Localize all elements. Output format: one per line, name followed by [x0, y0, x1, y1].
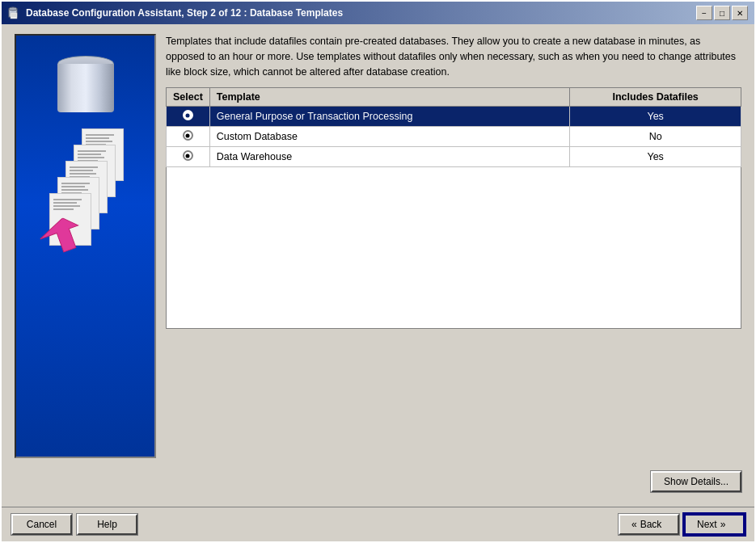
cancel-button[interactable]: Cancel: [11, 514, 72, 535]
title-bar: Database Configuration Assistant, Step 2…: [2, 2, 754, 24]
right-panel: Templates that include datafiles contain…: [166, 34, 741, 458]
minimize-button[interactable]: −: [696, 6, 712, 20]
next-arrow-icon: »: [720, 519, 726, 530]
window-title: Database Configuration Assistant, Step 2…: [26, 7, 691, 19]
col-select: Select: [167, 88, 210, 107]
template-table: Select Template Includes Datafiles: [166, 87, 741, 167]
template-name-cell[interactable]: Custom Database: [209, 127, 569, 147]
back-button[interactable]: « Back: [619, 514, 679, 535]
window-controls: − □ ✕: [696, 6, 748, 20]
show-details-row: Show Details...: [15, 466, 741, 497]
main-content: Templates that include datafiles contain…: [2, 24, 754, 507]
col-datafiles: Includes Datafiles: [570, 88, 741, 107]
description-text: Templates that include datafiles contain…: [166, 34, 741, 79]
table-empty-space: [166, 167, 741, 329]
table-row[interactable]: Data Warehouse Yes: [167, 147, 741, 167]
datafiles-cell: Yes: [570, 107, 741, 127]
table-row[interactable]: General Purpose or Transaction Processin…: [167, 107, 741, 127]
next-button[interactable]: Next »: [684, 514, 745, 535]
footer-left-buttons: Cancel Help: [11, 514, 137, 535]
documents-illustration: [37, 128, 134, 258]
main-window: Database Configuration Assistant, Step 2…: [0, 0, 756, 543]
show-details-button[interactable]: Show Details...: [651, 471, 741, 492]
window-icon: [8, 6, 21, 19]
main-area: Templates that include datafiles contain…: [15, 34, 741, 458]
maximize-button[interactable]: □: [714, 6, 730, 20]
help-button[interactable]: Help: [77, 514, 137, 535]
datafiles-cell: No: [570, 127, 741, 147]
svg-point-1: [9, 7, 17, 11]
database-cylinder-icon: [57, 52, 114, 116]
footer-right-buttons: « Back Next »: [619, 514, 745, 535]
template-name-cell[interactable]: General Purpose or Transaction Processin…: [209, 107, 569, 127]
svg-marker-5: [36, 214, 85, 259]
datafiles-cell: Yes: [570, 147, 741, 167]
radio-button-selected[interactable]: [173, 110, 203, 123]
radio-button[interactable]: [173, 150, 203, 163]
template-table-container: Select Template Includes Datafiles: [166, 87, 741, 329]
col-template: Template: [209, 88, 569, 107]
decorative-panel: [15, 34, 156, 458]
table-header-row: Select Template Includes Datafiles: [167, 88, 741, 107]
back-arrow-icon: «: [631, 519, 637, 530]
table-row[interactable]: Custom Database No: [167, 127, 741, 147]
template-name-cell[interactable]: Data Warehouse: [209, 147, 569, 167]
radio-button[interactable]: [173, 130, 203, 143]
footer: Cancel Help « Back Next »: [2, 507, 754, 541]
svg-rect-2: [11, 13, 17, 19]
close-button[interactable]: ✕: [732, 6, 748, 20]
